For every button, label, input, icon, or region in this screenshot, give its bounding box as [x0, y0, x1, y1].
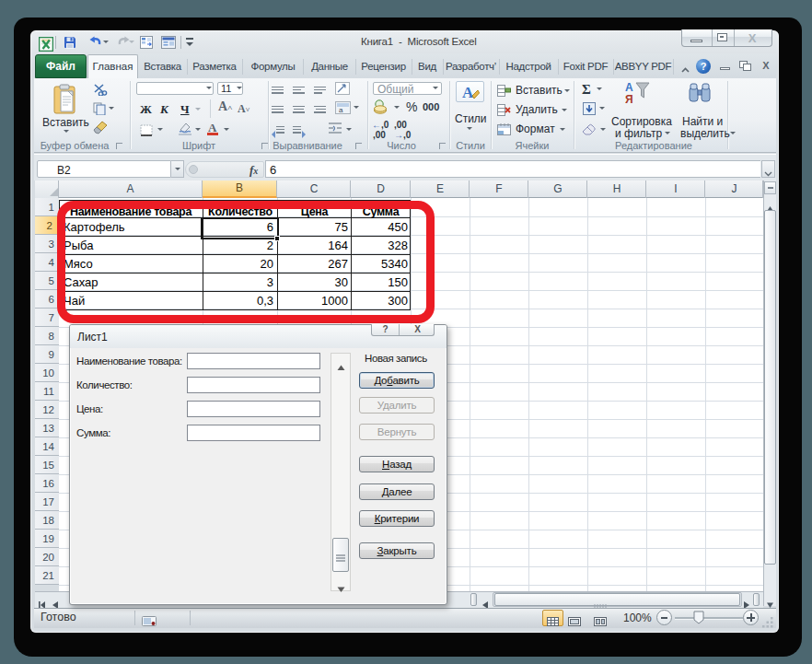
- svg-text:A: A: [462, 84, 474, 100]
- svg-text:А: А: [625, 81, 633, 94]
- svg-text:Я: Я: [625, 93, 633, 104]
- svg-text:a: a: [339, 106, 343, 114]
